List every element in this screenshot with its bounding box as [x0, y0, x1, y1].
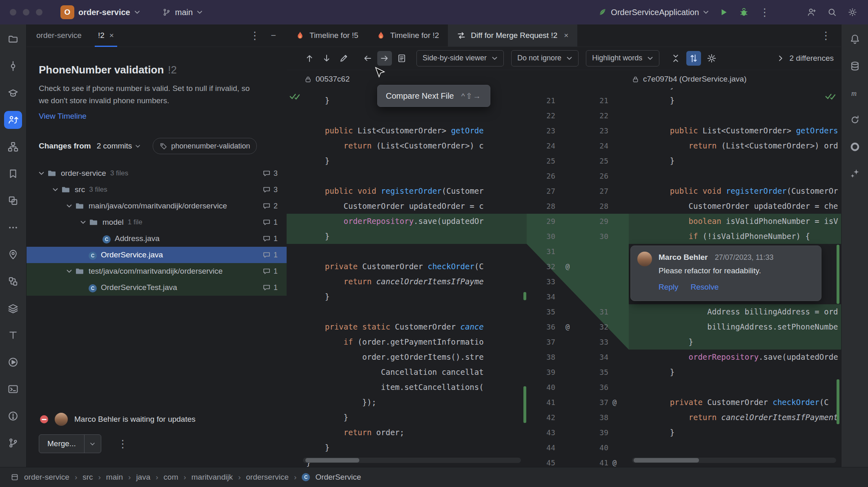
tree-row-OrderServiceTest.java[interactable]: COrderServiceTest.java1	[27, 279, 287, 296]
arrow-right-icon[interactable]	[377, 51, 392, 66]
folder-icon	[61, 185, 71, 195]
diff-line-left: });	[287, 395, 527, 410]
terminal-icon[interactable]	[4, 380, 22, 398]
horizontal-scrollbar[interactable]	[632, 458, 836, 463]
arrow-up-icon[interactable]	[302, 51, 317, 66]
comment-anchor-icon[interactable]: @	[555, 319, 580, 334]
database-icon[interactable]	[846, 57, 864, 75]
change-marker[interactable]	[837, 379, 839, 424]
tree-row-OrderService.java[interactable]: COrderService.java1	[27, 247, 287, 263]
left-line-number: 43	[527, 425, 555, 440]
run-config-selector[interactable]: OrderServiceApplication	[598, 8, 709, 17]
sync-scroll-icon[interactable]	[686, 51, 701, 66]
change-marker[interactable]	[523, 386, 526, 423]
chevron-down-icon	[566, 56, 572, 60]
version-control-icon[interactable]	[4, 434, 22, 452]
traffic-minimize-button[interactable]	[23, 9, 29, 15]
tree-row-model[interactable]: model1 file1	[27, 214, 287, 230]
project-folder-icon[interactable]	[4, 30, 22, 48]
ai-assistant-icon[interactable]	[846, 165, 864, 183]
comment-anchor-icon[interactable]: @	[608, 455, 629, 467]
close-icon[interactable]: ×	[564, 31, 568, 40]
editor-tab-Timeline for !2[interactable]: Timeline for !2	[367, 24, 448, 46]
diff-line-right: boolean isValidPhoneNumber = isV	[629, 214, 841, 229]
structure-icon[interactable]	[4, 138, 22, 156]
branch-selector[interactable]: main	[162, 8, 203, 17]
titlebar: O order-service main OrderServiceApplica…	[0, 0, 868, 24]
windows-icon[interactable]	[4, 192, 22, 210]
problems-icon[interactable]	[4, 407, 22, 425]
arrow-left-icon[interactable]	[360, 51, 375, 66]
editor-tab-Diff for Merge Request !2[interactable]: Diff for Merge Request !2×	[448, 24, 577, 46]
gradle-icon[interactable]	[846, 138, 864, 156]
traffic-close-button[interactable]	[10, 9, 16, 15]
tree-row-src[interactable]: src3 files3	[27, 182, 287, 198]
change-marker[interactable]	[837, 245, 839, 304]
chevron-down-icon	[197, 10, 203, 14]
commit-icon[interactable]	[4, 57, 22, 75]
edit-icon[interactable]	[336, 51, 351, 66]
code-with-me-icon[interactable]	[807, 7, 817, 17]
bookmarks-icon[interactable]	[4, 165, 22, 183]
breadcrumb-item-com[interactable]: com	[164, 473, 178, 482]
tree-row-test/java/com/maritvandijk/orderservice[interactable]: test/java/com/maritvandijk/orderservice1	[27, 263, 287, 279]
diff-line-right: }	[629, 334, 841, 350]
expand-chevron-icon[interactable]	[777, 55, 784, 62]
merge-requests-icon[interactable]	[4, 111, 22, 129]
settings-gear-icon[interactable]	[848, 7, 857, 17]
breadcrumb-item-maritvandijk[interactable]: maritvandijk	[191, 473, 233, 482]
dropdown-Side-by-side viewer[interactable]: Side-by-side viewer	[416, 50, 504, 66]
gutter-row: 2222	[527, 108, 629, 123]
horizontal-scrollbar[interactable]	[303, 458, 521, 463]
change-marker[interactable]	[523, 292, 526, 300]
services-icon[interactable]	[4, 272, 22, 290]
editor-tab-Timeline for !5[interactable]: Timeline for !5	[287, 24, 367, 46]
chevron-down-icon[interactable]	[65, 269, 73, 273]
reload-icon[interactable]	[846, 111, 864, 129]
chevron-down-icon[interactable]	[65, 204, 73, 208]
arrow-down-icon[interactable]	[319, 51, 334, 66]
class-icon: C	[302, 473, 310, 481]
tree-row-main/java/com/maritvandijk/orderservice[interactable]: main/java/com/maritvandijk/orderservice2	[27, 198, 287, 214]
editor-tabs-more-icon[interactable]: ⋮	[821, 24, 841, 46]
comment-anchor-icon[interactable]: @	[555, 259, 580, 274]
dropdown-Do not ignore[interactable]: Do not ignore	[511, 50, 579, 66]
project-selector[interactable]: O order-service	[60, 5, 140, 19]
resolve-link[interactable]: Resolve	[691, 283, 719, 292]
debug-button[interactable]	[739, 7, 749, 17]
tree-row-order-service[interactable]: order-service3 files3	[27, 165, 287, 182]
tree-row-Address.java[interactable]: CAddress.java1	[27, 230, 287, 247]
pin-icon[interactable]	[4, 246, 22, 263]
notifications-bell-icon[interactable]	[846, 30, 864, 48]
chevron-down-icon[interactable]	[51, 188, 59, 192]
merge-more-icon[interactable]: ⋮	[118, 438, 128, 449]
learn-icon[interactable]	[4, 84, 22, 102]
gutter-row: 3935	[527, 365, 629, 380]
collapse-icon[interactable]	[668, 51, 683, 66]
run-more-actions-icon[interactable]: ⋮	[759, 7, 770, 18]
search-icon[interactable]	[827, 7, 837, 17]
settings-icon[interactable]	[704, 51, 719, 66]
merge-button[interactable]: Merge...	[39, 434, 101, 453]
reply-link[interactable]: Reply	[659, 283, 679, 292]
more-tools-icon[interactable]	[4, 219, 22, 237]
breadcrumb-item-orderservice[interactable]: orderservice	[246, 473, 289, 482]
chevron-down-icon[interactable]	[37, 171, 45, 175]
comment-anchor-icon[interactable]: @	[608, 395, 629, 410]
changelist-icon[interactable]	[394, 51, 409, 66]
breadcrumb-item-main[interactable]: main	[106, 473, 123, 482]
todo-icon[interactable]	[4, 326, 22, 344]
breadcrumb-item-order-service[interactable]: order-service	[24, 473, 69, 482]
breadcrumb-item-OrderService[interactable]: OrderService	[315, 473, 361, 482]
run-tool-icon[interactable]	[4, 353, 22, 371]
breadcrumb-item-src[interactable]: src	[82, 473, 93, 482]
dropdown-Highlight words[interactable]: Highlight words	[586, 50, 659, 66]
run-button[interactable]	[719, 8, 728, 17]
breadcrumb-item-java[interactable]: java	[136, 473, 150, 482]
traffic-zoom-button[interactable]	[36, 9, 42, 15]
maven-icon[interactable]: m	[846, 84, 864, 102]
layers-icon[interactable]	[4, 299, 22, 317]
merge-options-icon[interactable]	[84, 435, 101, 453]
chevron-down-icon[interactable]	[79, 220, 87, 224]
comment-count: 1	[274, 235, 278, 243]
